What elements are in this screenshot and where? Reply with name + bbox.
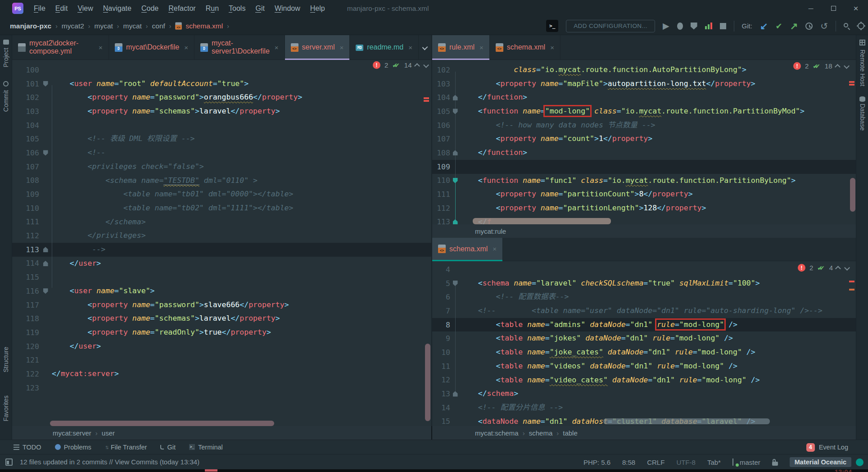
line-number[interactable]: 8 [432, 321, 450, 329]
close-icon[interactable]: × [850, 4, 862, 14]
toolwindow-terminal[interactable]: >_Terminal [189, 444, 223, 451]
line-number[interactable]: 123 [12, 384, 39, 392]
settings-icon[interactable] [858, 23, 864, 29]
line-number[interactable]: 104 [12, 121, 39, 130]
next-problem-icon[interactable] [423, 62, 429, 68]
terminal-icon[interactable]: >_ [546, 20, 558, 32]
git-branch-widget[interactable]: master [732, 458, 760, 466]
line-number[interactable]: 105 [12, 135, 39, 143]
line-number[interactable]: 119 [12, 328, 39, 337]
menu-item-refactor[interactable]: Refactor [163, 0, 200, 17]
git-update-icon[interactable]: ↙ [760, 21, 768, 32]
profiler-icon[interactable] [705, 23, 712, 29]
fold-marker-icon[interactable] [43, 288, 48, 294]
theme-name[interactable]: Material Oceanic [790, 457, 851, 467]
git-push-icon[interactable]: ↗ [790, 21, 798, 32]
breadcrumb-item[interactable]: conf [151, 22, 166, 30]
menu-item-window[interactable]: Window [270, 0, 305, 17]
line-number[interactable]: 111 [12, 218, 39, 226]
line-number[interactable]: 106 [12, 149, 39, 157]
history-icon[interactable] [805, 23, 813, 30]
breadcrumb-item[interactable]: mycat:schema [475, 429, 519, 437]
inspections-widget-rule[interactable]: !2 ✔✔18 [793, 62, 849, 70]
line-number[interactable]: 109 [12, 190, 39, 199]
scrollbar-horizontal-rule[interactable] [473, 218, 611, 224]
close-tab-icon[interactable]: × [550, 44, 554, 51]
line-number[interactable]: 112 [12, 231, 39, 240]
editor-schema-xml[interactable]: 45 <schema name="laravel" checkSQLschema… [432, 261, 856, 426]
tab-mycat-server1-dockerfile[interactable]: Dmycat-server1\Dockerfile× [194, 35, 285, 59]
scrollbar-horizontal-server[interactable] [50, 421, 274, 426]
breadcrumb-schema[interactable]: mycat:schema›schema›table [432, 426, 856, 440]
editor-rule-xml[interactable]: 102 class="io.mycat.route.function.AutoP… [432, 60, 856, 224]
sidebar-item-commit[interactable]: Commit [2, 90, 9, 112]
line-number[interactable]: 118 [12, 314, 39, 323]
close-tab-icon[interactable]: × [275, 44, 279, 51]
line-number[interactable]: 5 [432, 279, 450, 288]
error-stripe-mark[interactable] [849, 281, 854, 282]
tab-mycat2-docker-compose-yml[interactable]: mycat2\docker-compose.yml× [12, 35, 109, 59]
menu-item-tools[interactable]: Tools [224, 0, 250, 17]
line-number[interactable]: 10 [432, 348, 450, 357]
close-tab-icon[interactable]: × [99, 44, 103, 51]
line-number[interactable]: 14 [432, 404, 450, 412]
php-version[interactable]: PHP: 5.6 [583, 458, 610, 466]
tab-schema-xml[interactable]: <>schema.xml× [432, 237, 503, 261]
fold-marker-icon[interactable] [453, 281, 458, 286]
fold-marker-icon[interactable] [453, 219, 458, 224]
prev-problem-icon[interactable] [835, 64, 841, 70]
close-tab-icon[interactable]: × [340, 44, 344, 51]
fold-marker-icon[interactable] [43, 150, 48, 155]
sidebar-item-remote-host[interactable]: Remote Host [859, 50, 866, 86]
scrollbar-horizontal-schema[interactable] [603, 418, 770, 424]
fold-marker-icon[interactable] [453, 178, 458, 183]
breadcrumb-item[interactable]: user [102, 429, 115, 437]
run-icon[interactable]: ▶ [663, 21, 669, 31]
line-number[interactable]: 122 [12, 370, 39, 378]
event-log-button[interactable]: 4 Event Log [806, 440, 848, 454]
encoding[interactable]: UTF-8 [676, 458, 696, 466]
minimize-icon[interactable]: ─ [805, 5, 817, 12]
line-number[interactable]: 11 [432, 362, 450, 371]
git-commit-icon[interactable]: ✔ [776, 21, 782, 31]
tab-rule-xml[interactable]: <>rule.xml× [432, 35, 490, 59]
line-number[interactable]: 12 [432, 376, 450, 384]
line-number[interactable]: 115 [12, 273, 39, 281]
error-stripe-mark[interactable] [849, 289, 854, 290]
next-problem-icon[interactable] [844, 63, 850, 69]
line-number[interactable]: 110 [432, 176, 450, 185]
menu-item-help[interactable]: Help [305, 0, 330, 17]
inspections-widget-server[interactable]: !2 ✔✔14 [373, 61, 428, 69]
line-number[interactable]: 103 [432, 80, 450, 88]
line-number[interactable]: 112 [432, 204, 450, 213]
line-number[interactable]: 6 [432, 293, 450, 301]
toolwindow-todo[interactable]: TODO [14, 444, 41, 451]
inspections-widget-schema[interactable]: !2 ✔✔4 [798, 264, 849, 272]
sidebar-item-database[interactable]: Database [859, 104, 866, 131]
position-indicator[interactable]: 8:58 [622, 458, 635, 466]
menu-item-git[interactable]: Git [250, 0, 269, 17]
breadcrumb-item[interactable]: mycat [122, 22, 143, 30]
fold-marker-icon[interactable] [453, 150, 458, 155]
breadcrumb-item[interactable]: mycat [93, 22, 113, 30]
line-number[interactable]: 103 [12, 107, 39, 116]
line-number[interactable]: 102 [432, 66, 450, 74]
breadcrumb-item[interactable]: mycat:rule [475, 227, 506, 235]
error-stripe-mark[interactable] [424, 97, 429, 99]
menu-item-navigate[interactable]: Navigate [98, 0, 136, 17]
line-number[interactable]: 109 [432, 163, 450, 171]
line-number[interactable]: 104 [432, 93, 450, 102]
prev-problem-icon[interactable] [835, 266, 841, 272]
menu-item-file[interactable]: File [29, 0, 50, 17]
line-number[interactable]: 108 [12, 176, 39, 185]
line-number[interactable]: 100 [12, 66, 39, 74]
menu-item-edit[interactable]: Edit [50, 0, 73, 17]
menu-item-view[interactable]: View [72, 0, 98, 17]
breadcrumb-item[interactable]: schema [529, 429, 553, 437]
sidebar-item-structure[interactable]: Structure [2, 347, 9, 372]
search-icon[interactable] [844, 23, 850, 29]
line-number[interactable]: 110 [12, 204, 39, 213]
line-ending[interactable]: CRLF [647, 458, 665, 466]
tab-server-xml[interactable]: <>server.xml× [285, 35, 350, 59]
line-number[interactable]: 117 [12, 301, 39, 309]
